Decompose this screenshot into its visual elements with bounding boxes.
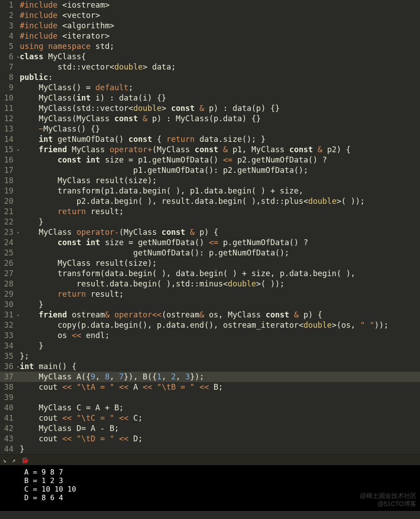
code-line[interactable]: 25 getNumOfData(): p.getNumOfData();	[0, 248, 420, 258]
code-line[interactable]: 4#include <iterator>	[0, 31, 420, 41]
code-content[interactable]: friend ostream& operator<<(ostream& os, …	[20, 310, 420, 320]
code-content[interactable]: MyClass() = default;	[20, 83, 420, 93]
code-content[interactable]: friend MyClass operator+(MyClass const &…	[20, 145, 420, 155]
code-content[interactable]: const int size = getNumOfData() <= p.get…	[20, 238, 420, 248]
line-number: 32	[0, 320, 17, 330]
code-line[interactable]: 1#include <iostream>	[0, 0, 420, 10]
code-line[interactable]: 22 }	[0, 217, 420, 227]
code-line[interactable]: 14 int getNumOfData() const { return dat…	[0, 134, 420, 145]
code-content[interactable]: copy(p.data.begin(), p.data.end(), ostre…	[20, 320, 420, 330]
code-content[interactable]: MyClass(int i) : data(i) {}	[20, 93, 420, 103]
code-content[interactable]: return result;	[20, 289, 420, 299]
code-content[interactable]: int getNumOfData() const { return data.s…	[20, 134, 420, 145]
code-line[interactable]: 3#include <algorithm>	[0, 21, 420, 31]
code-line[interactable]: 23▸ MyClass operator-(MyClass const & p)…	[0, 227, 420, 238]
code-content[interactable]: MyClass C = A + B;	[20, 403, 420, 413]
code-content[interactable]: }	[20, 341, 420, 351]
line-number: 25	[0, 248, 17, 258]
line-number: 21	[0, 207, 17, 217]
code-content[interactable]: }	[20, 217, 420, 227]
code-content[interactable]: transform(data.begin( ), data.begin( ) +…	[20, 268, 420, 279]
code-line[interactable]: 12 MyClass(MyClass const & p) : MyClass(…	[0, 114, 420, 124]
line-number: 10	[0, 93, 17, 103]
code-line[interactable]: 40 MyClass C = A + B;	[0, 403, 420, 413]
code-line[interactable]: 8public:	[0, 72, 420, 83]
code-content[interactable]: return result;	[20, 207, 420, 217]
code-line[interactable]: 43 cout << "\tD = " << D;	[0, 434, 420, 444]
code-line[interactable]: 21 return result;	[0, 207, 420, 217]
code-content[interactable]: cout << "\tC = " << C;	[20, 413, 420, 423]
code-content[interactable]: result.data.begin( ),std::minus<double>(…	[20, 279, 420, 289]
code-content[interactable]: #include <iostream>	[20, 0, 420, 10]
code-content[interactable]: MyClass(MyClass const & p) : MyClass(p.d…	[20, 114, 420, 124]
code-line[interactable]: 2#include <vector>	[0, 10, 420, 21]
line-number: 15	[0, 145, 17, 155]
code-content[interactable]: os << endl;	[20, 330, 420, 341]
code-line[interactable]: 34 }	[0, 341, 420, 351]
code-line[interactable]: 42 MyClass D= A - B;	[0, 423, 420, 434]
collapse-icon[interactable]: ↘	[3, 457, 6, 464]
code-content[interactable]: #include <algorithm>	[20, 21, 420, 31]
code-content[interactable]: public:	[20, 72, 420, 83]
code-content[interactable]: #include <vector>	[20, 10, 420, 21]
expand-icon[interactable]: ↗	[12, 457, 15, 464]
code-content[interactable]: using namespace std;	[20, 41, 420, 52]
code-content[interactable]: p2.data.begin( ), result.data.begin( ),s…	[20, 196, 420, 207]
console-toolbar: ↘ ↗ 🐞	[0, 454, 420, 465]
code-line[interactable]: 28 result.data.begin( ),std::minus<doubl…	[0, 279, 420, 289]
code-content[interactable]: MyClass result(size);	[20, 176, 420, 186]
code-line[interactable]: 37 MyClass A({9, 8, 7}), B({1, 2, 3});	[0, 372, 420, 382]
code-content[interactable]: std::vector<double> data;	[20, 62, 420, 72]
code-line[interactable]: 11 MyClass(std::vector<double> const & p…	[0, 103, 420, 114]
code-line[interactable]: 30 }	[0, 299, 420, 310]
code-line[interactable]: 44}	[0, 444, 420, 454]
code-content[interactable]: #include <iterator>	[20, 31, 420, 41]
code-line[interactable]: 33 os << endl;	[0, 330, 420, 341]
code-line[interactable]: 18 MyClass result(size);	[0, 176, 420, 186]
code-line[interactable]: 13 ~MyClass() {}	[0, 124, 420, 134]
code-line[interactable]: 35};	[0, 351, 420, 361]
code-content[interactable]: cout << "\tA = " << A << "\tB = " << B;	[20, 382, 420, 392]
line-number: 7	[0, 62, 17, 72]
code-line[interactable]: 41 cout << "\tC = " << C;	[0, 413, 420, 423]
code-content[interactable]: MyClass A({9, 8, 7}), B({1, 2, 3});	[20, 372, 420, 382]
code-line[interactable]: 17 p1.getNumOfData(): p2.getNumOfData();	[0, 165, 420, 176]
code-content[interactable]: p1.getNumOfData(): p2.getNumOfData();	[20, 165, 420, 176]
code-content[interactable]: cout << "\tD = " << D;	[20, 434, 420, 444]
code-content[interactable]	[20, 392, 420, 403]
code-line[interactable]: 20 p2.data.begin( ), result.data.begin( …	[0, 196, 420, 207]
code-line[interactable]: 26 MyClass result(size);	[0, 258, 420, 268]
code-content[interactable]: int main() {	[20, 361, 420, 372]
code-line[interactable]: 36▸int main() {	[0, 361, 420, 372]
code-line[interactable]: 32 copy(p.data.begin(), p.data.end(), os…	[0, 320, 420, 330]
code-content[interactable]: };	[20, 351, 420, 361]
code-line[interactable]: 27 transform(data.begin( ), data.begin( …	[0, 268, 420, 279]
code-content[interactable]: MyClass operator-(MyClass const & p) {	[20, 227, 420, 238]
code-content[interactable]: }	[20, 299, 420, 310]
code-line[interactable]: 10 MyClass(int i) : data(i) {}	[0, 93, 420, 103]
code-line[interactable]: 6▸class MyClass{	[0, 52, 420, 62]
code-line[interactable]: 5using namespace std;	[0, 41, 420, 52]
code-content[interactable]: const int size = p1.getNumOfData() <= p2…	[20, 155, 420, 165]
code-line[interactable]: 7 std::vector<double> data;	[0, 62, 420, 72]
code-line[interactable]: 15▸ friend MyClass operator+(MyClass con…	[0, 145, 420, 155]
code-content[interactable]: MyClass(std::vector<double> const & p) :…	[20, 103, 420, 114]
code-line[interactable]: 16 const int size = p1.getNumOfData() <=…	[0, 155, 420, 165]
line-number: 12	[0, 114, 17, 124]
code-content[interactable]: MyClass D= A - B;	[20, 423, 420, 434]
code-content[interactable]: getNumOfData(): p.getNumOfData();	[20, 248, 420, 258]
code-content[interactable]: MyClass result(size);	[20, 258, 420, 268]
code-line[interactable]: 29 return result;	[0, 289, 420, 299]
code-content[interactable]: ~MyClass() {}	[20, 124, 420, 134]
code-content[interactable]: class MyClass{	[20, 52, 420, 62]
bug-icon[interactable]: 🐞	[21, 457, 29, 464]
code-line[interactable]: 39	[0, 392, 420, 403]
code-content[interactable]: transform(p1.data.begin( ), p1.data.begi…	[20, 186, 420, 196]
code-content[interactable]: }	[20, 444, 420, 454]
code-line[interactable]: 31▸ friend ostream& operator<<(ostream& …	[0, 310, 420, 320]
code-line[interactable]: 19 transform(p1.data.begin( ), p1.data.b…	[0, 186, 420, 196]
code-line[interactable]: 38 cout << "\tA = " << A << "\tB = " << …	[0, 382, 420, 392]
code-line[interactable]: 24 const int size = getNumOfData() <= p.…	[0, 238, 420, 248]
code-line[interactable]: 9 MyClass() = default;	[0, 83, 420, 93]
code-editor[interactable]: 1#include <iostream>2#include <vector>3#…	[0, 0, 420, 454]
